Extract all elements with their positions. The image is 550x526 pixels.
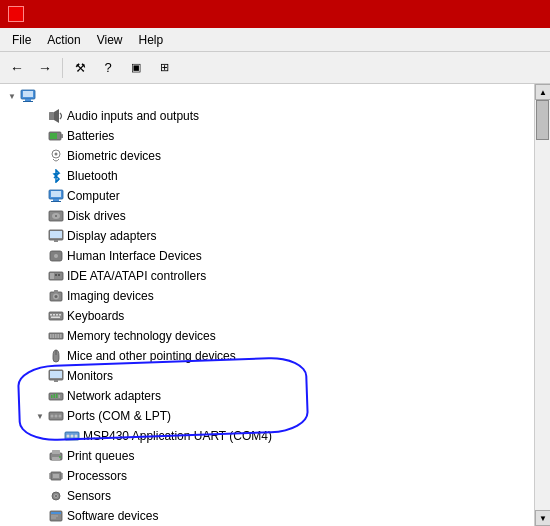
tree-item-battery[interactable]: Batteries <box>0 126 534 146</box>
svg-rect-51 <box>59 395 61 398</box>
svg-rect-26 <box>58 274 60 276</box>
item-label: Human Interface Devices <box>67 249 202 263</box>
item-label: Computer <box>67 189 120 203</box>
tree-item-network[interactable]: Network adapters <box>0 386 534 406</box>
svg-rect-8 <box>50 133 57 139</box>
scrollbar[interactable]: ▲ ▼ <box>534 84 550 526</box>
scan-button[interactable]: ▣ <box>123 56 149 80</box>
menu-help[interactable]: Help <box>131 31 172 49</box>
toolbar: ← → ⚒ ? ▣ ⊞ <box>0 52 550 84</box>
ide-icon <box>48 268 64 284</box>
tree-item-monitor[interactable]: Monitors <box>0 366 534 386</box>
tree-item-port[interactable]: ▼ Ports (COM & LPT) <box>0 406 534 426</box>
window-controls <box>460 4 542 24</box>
svg-point-53 <box>51 415 54 418</box>
mouse-icon <box>48 348 64 364</box>
svg-point-57 <box>67 435 70 438</box>
svg-point-55 <box>59 415 62 418</box>
menu-action[interactable]: Action <box>39 31 88 49</box>
memory-icon <box>48 328 64 344</box>
svg-rect-35 <box>59 314 61 316</box>
item-label: Sensors <box>67 489 111 503</box>
tree-root[interactable]: ▼ <box>0 86 534 106</box>
expand-icon[interactable]: ▼ <box>32 408 48 424</box>
svg-rect-14 <box>51 201 61 202</box>
tree-item-mouse[interactable]: Mice and other pointing devices <box>0 346 534 366</box>
menu-file[interactable]: File <box>4 31 39 49</box>
svg-rect-40 <box>55 334 57 338</box>
scroll-up[interactable]: ▲ <box>535 84 550 100</box>
processor-icon <box>48 468 64 484</box>
scroll-thumb[interactable] <box>536 100 549 140</box>
svg-rect-33 <box>53 314 55 316</box>
back-button[interactable]: ← <box>4 56 30 80</box>
tree-item-keyboard[interactable]: Keyboards <box>0 306 534 326</box>
battery-icon <box>48 128 64 144</box>
tree-item-hid[interactable]: Human Interface Devices <box>0 246 534 266</box>
network-icon <box>48 388 64 404</box>
svg-rect-2 <box>25 99 31 101</box>
item-label: Display adapters <box>67 229 156 243</box>
item-label: Disk drives <box>67 209 126 223</box>
device-tree[interactable]: ▼ Audio inputs and outputs Batteries B <box>0 84 534 526</box>
help-button[interactable]: ? <box>95 56 121 80</box>
item-label: Ports (COM & LPT) <box>67 409 171 423</box>
svg-rect-31 <box>49 312 63 320</box>
minimize-button[interactable] <box>460 4 486 24</box>
svg-rect-34 <box>56 314 58 316</box>
svg-rect-13 <box>53 199 59 201</box>
forward-button[interactable]: → <box>32 56 58 80</box>
tree-item-memory[interactable]: Memory technology devices <box>0 326 534 346</box>
svg-rect-19 <box>50 231 62 238</box>
maximize-button[interactable] <box>488 4 514 24</box>
tree-item-software[interactable]: Software devices <box>0 506 534 526</box>
tree-item-disk[interactable]: Disk drives <box>0 206 534 226</box>
item-label: Monitors <box>67 369 113 383</box>
item-label: Biometric devices <box>67 149 161 163</box>
svg-rect-65 <box>53 474 59 478</box>
close-button[interactable] <box>516 4 542 24</box>
svg-rect-7 <box>61 134 63 138</box>
item-label: Mice and other pointing devices <box>67 349 236 363</box>
svg-point-54 <box>55 415 58 418</box>
disk-icon <box>48 208 64 224</box>
tree-item-computer[interactable]: Computer <box>0 186 534 206</box>
scroll-down[interactable]: ▼ <box>535 510 550 526</box>
svg-rect-76 <box>51 512 61 514</box>
tree-item-bluetooth[interactable]: Bluetooth <box>0 166 534 186</box>
imaging-icon <box>48 288 64 304</box>
tree-item-sensor[interactable]: Sensors <box>0 486 534 506</box>
svg-point-58 <box>71 435 74 438</box>
properties-button[interactable]: ⚒ <box>67 56 93 80</box>
svg-rect-30 <box>54 290 58 293</box>
tree-item-display[interactable]: Display adapters <box>0 226 534 246</box>
svg-rect-12 <box>51 191 61 197</box>
svg-rect-32 <box>50 314 52 316</box>
root-expand-icon[interactable]: ▼ <box>4 88 20 104</box>
tree-item-biometric[interactable]: Biometric devices <box>0 146 534 166</box>
item-label: Print queues <box>67 449 134 463</box>
sensor-icon <box>48 488 64 504</box>
tree-item-audio[interactable]: Audio inputs and outputs <box>0 106 534 126</box>
toolbar-separator-1 <box>62 58 63 78</box>
main-content: ▼ Audio inputs and outputs Batteries B <box>0 84 550 526</box>
tree-item-print[interactable]: Print queues <box>0 446 534 466</box>
svg-rect-42 <box>60 334 62 338</box>
software-icon <box>48 508 64 524</box>
display-icon <box>48 228 64 244</box>
item-label: IDE ATA/ATAPI controllers <box>67 269 206 283</box>
svg-rect-48 <box>51 395 53 398</box>
svg-marker-5 <box>54 109 59 123</box>
scroll-track[interactable] <box>535 100 550 510</box>
tree-item-uart[interactable]: MSP430 Application UART (COM4) <box>0 426 534 446</box>
computer-icon <box>48 188 64 204</box>
item-label: Processors <box>67 469 127 483</box>
svg-rect-46 <box>54 380 58 382</box>
tree-item-processor[interactable]: Processors <box>0 466 534 486</box>
tree-item-imaging[interactable]: Imaging devices <box>0 286 534 306</box>
menu-view[interactable]: View <box>89 31 131 49</box>
tree-item-ide[interactable]: IDE ATA/ATAPI controllers <box>0 266 534 286</box>
devices-button[interactable]: ⊞ <box>151 56 177 80</box>
item-label: MSP430 Application UART (COM4) <box>83 429 272 443</box>
bluetooth-icon <box>48 168 64 184</box>
